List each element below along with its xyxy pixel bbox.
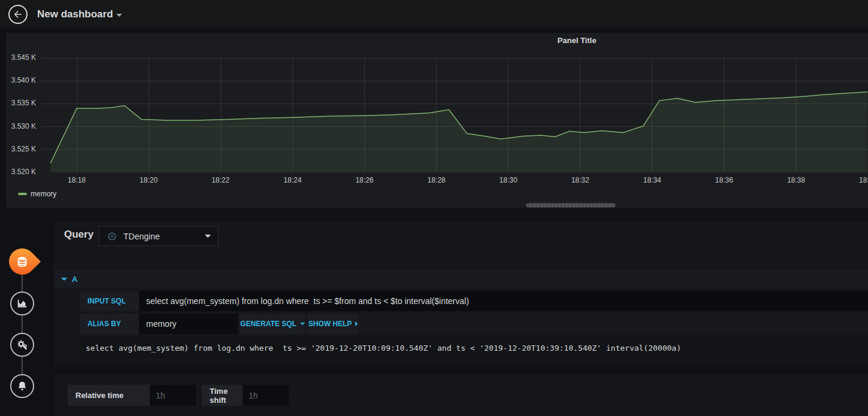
y-axis-tick-label: 3.525 K <box>6 145 36 153</box>
y-axis-tick-label: 3.545 K <box>6 53 36 62</box>
show-help-label: SHOW HELP <box>309 320 352 328</box>
generate-sql-caret-icon <box>300 323 305 325</box>
x-axis-tick-label: 18:36 <box>706 176 742 184</box>
datasource-picker[interactable]: TDengine <box>99 226 219 246</box>
tab-queries[interactable] <box>4 243 41 280</box>
chart-icon <box>16 297 29 310</box>
x-axis-tick-label: 18:34 <box>634 176 670 184</box>
bell-icon <box>16 379 29 393</box>
generated-sql-preview: select avg(mem_system) from log.dn where… <box>80 336 868 359</box>
query-section-label: Query <box>64 229 93 241</box>
panel-resize-handle[interactable] <box>526 203 616 208</box>
y-axis-tick-label: 3.540 K <box>6 76 36 84</box>
row-filler <box>359 314 868 334</box>
panel-title[interactable]: Panel Title <box>529 36 625 45</box>
time-shift-label: Time shift <box>202 385 243 406</box>
tab-alert[interactable] <box>10 374 34 398</box>
tdengine-logo-icon <box>107 231 117 242</box>
datasource-caret-icon <box>205 235 211 238</box>
x-axis-tick-label: 18:32 <box>562 176 598 184</box>
show-help-button[interactable]: SHOW HELP <box>307 314 359 334</box>
legend[interactable]: memory <box>18 190 56 198</box>
alias-by-field[interactable] <box>139 314 238 334</box>
input-sql-row: INPUT SQL <box>80 291 868 311</box>
show-help-caret-icon <box>355 321 358 326</box>
arrow-left-icon <box>13 9 23 20</box>
top-navbar: New dashboard <box>0 0 868 29</box>
query-row-header[interactable]: A <box>54 269 868 289</box>
y-axis-tick-label: 3.535 K <box>6 99 36 107</box>
back-button[interactable] <box>8 5 28 24</box>
x-axis-tick-label: 18:20 <box>131 176 167 184</box>
x-axis-tick-label: 18:30 <box>491 176 527 184</box>
legend-series-label[interactable]: memory <box>31 190 56 198</box>
tab-connector <box>22 315 23 333</box>
relative-time-field[interactable] <box>150 385 196 406</box>
tab-visualization[interactable] <box>10 291 34 315</box>
x-axis-tick-label: 18:18 <box>59 176 95 184</box>
y-axis-tick-label: 3.520 K <box>6 168 36 176</box>
input-sql-label: INPUT SQL <box>80 291 139 311</box>
y-axis-tick-label: 3.530 K <box>6 122 36 130</box>
collapse-caret-icon <box>61 278 67 281</box>
alias-by-label: ALIAS BY <box>80 314 139 334</box>
graph-panel: Panel Title 3.545 K3.540 K3.535 K3.530 K… <box>6 33 868 208</box>
relative-time-group: Relative time <box>68 385 196 406</box>
tab-general[interactable] <box>10 333 34 357</box>
x-axis-tick-label: 18:38 <box>778 176 814 184</box>
datasource-name: TDengine <box>123 232 160 241</box>
generate-sql-label: GENERATE SQL <box>240 320 297 328</box>
time-options-card: Relative time Time shift <box>54 374 868 416</box>
time-shift-field[interactable] <box>243 385 289 406</box>
gear-wrench-icon <box>16 338 29 351</box>
input-sql-field[interactable] <box>139 291 868 311</box>
generate-sql-button[interactable]: GENERATE SQL <box>240 314 306 334</box>
x-axis-tick-label: 18:22 <box>202 176 238 184</box>
tab-connector <box>22 275 23 292</box>
relative-time-label: Relative time <box>68 385 150 406</box>
tab-connector <box>22 357 23 374</box>
database-icon <box>16 255 29 268</box>
x-axis-tick-label: 18:28 <box>418 176 454 184</box>
timeseries-chart[interactable] <box>41 58 868 172</box>
alias-by-row: ALIAS BY GENERATE SQL SHOW HELP <box>80 314 868 334</box>
dashboard-title[interactable]: New dashboard <box>37 0 113 29</box>
query-editor-card: Query TDengine A INPUT SQL ALIAS BY GENE… <box>54 221 868 365</box>
x-axis-tick-label: 18:24 <box>274 176 310 184</box>
dashboard-title-caret-icon[interactable] <box>116 14 122 17</box>
query-ref-id: A <box>72 275 77 284</box>
legend-series-swatch[interactable] <box>18 193 27 195</box>
time-shift-group: Time shift <box>202 385 289 406</box>
x-axis-tick-label: 18:40 <box>850 176 868 184</box>
x-axis-tick-label: 18:26 <box>346 176 382 184</box>
